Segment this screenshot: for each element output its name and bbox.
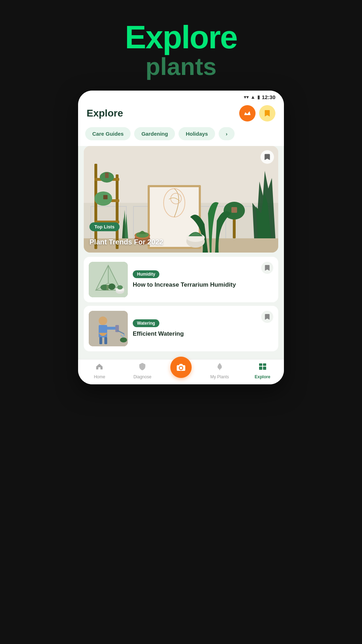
svg-rect-52 — [219, 369, 220, 370]
svg-rect-23 — [231, 207, 237, 213]
explore-icon — [258, 362, 267, 373]
nav-label-my-plants: My Plants — [210, 374, 229, 379]
nav-item-my-plants[interactable]: My Plants — [198, 362, 241, 379]
svg-rect-13 — [105, 173, 109, 178]
svg-point-34 — [108, 283, 115, 290]
featured-bookmark-button[interactable] — [260, 150, 274, 164]
svg-rect-49 — [104, 337, 107, 344]
badge-humidity: Humidity — [133, 270, 159, 278]
diagnose-icon — [138, 362, 147, 373]
svg-rect-54 — [263, 363, 266, 366]
featured-badge: Top Lists — [89, 222, 120, 231]
bookmark-humidity[interactable] — [261, 262, 273, 274]
premium-button[interactable] — [239, 105, 256, 121]
svg-rect-35 — [106, 285, 109, 290]
tab-more[interactable]: › — [219, 127, 235, 140]
svg-point-40 — [99, 316, 107, 325]
nav-label-diagnose: Diagnose — [133, 374, 152, 379]
nav-item-explore[interactable]: Explore — [241, 362, 284, 379]
camera-button[interactable] — [170, 357, 192, 378]
svg-rect-15 — [103, 195, 108, 199]
svg-point-47 — [120, 337, 127, 342]
article-card-humidity[interactable]: Humidity How to Increase Terrarium Humid… — [84, 257, 278, 302]
nav-label-explore: Explore — [255, 374, 270, 379]
signal-icon: ▲ — [251, 94, 256, 100]
nav-label-home: Home — [94, 374, 105, 379]
hero-section: Explore plants — [125, 0, 237, 80]
category-tabs: Care Guides Gardening Holidays › — [78, 127, 284, 146]
tab-holidays[interactable]: Holidays — [179, 127, 215, 140]
featured-article-card[interactable]: Top Lists Plant Trends For 2022 — [84, 146, 278, 253]
article-thumb-watering — [89, 311, 128, 346]
featured-image — [84, 146, 278, 253]
my-plants-icon — [215, 362, 224, 373]
title-humidity: How to Increase Terrarium Humidity — [133, 281, 273, 289]
saved-button[interactable] — [259, 105, 275, 121]
svg-rect-42 — [106, 327, 116, 330]
svg-point-51 — [179, 366, 183, 370]
svg-rect-56 — [263, 367, 266, 370]
svg-rect-53 — [259, 363, 262, 366]
nav-item-camera[interactable] — [164, 364, 198, 378]
svg-rect-55 — [259, 367, 262, 370]
status-icons: ▾▾ ▲ ▮ 12:30 — [244, 94, 275, 100]
svg-point-45 — [122, 336, 124, 337]
bookmark-watering[interactable] — [261, 311, 273, 323]
hero-plants-subtitle: plants — [125, 53, 237, 80]
app-header: Explore — [78, 102, 284, 127]
tab-care-guides[interactable]: Care Guides — [85, 127, 131, 140]
badge-watering: Watering — [133, 319, 159, 327]
page-title: Explore — [87, 108, 123, 119]
nav-item-home[interactable]: Home — [78, 362, 121, 379]
featured-title: Plant Trends For 2022 — [89, 238, 163, 246]
header-action-icons — [239, 105, 275, 121]
home-icon — [95, 362, 104, 373]
battery-icon: ▮ — [257, 94, 260, 100]
featured-plants-svg — [84, 146, 278, 253]
main-content: Top Lists Plant Trends For 2022 — [78, 146, 284, 359]
svg-rect-48 — [99, 337, 102, 344]
svg-point-38 — [117, 285, 123, 289]
wifi-icon: ▾▾ — [244, 94, 249, 100]
article-content-humidity: Humidity How to Increase Terrarium Humid… — [133, 270, 273, 289]
bottom-navigation: Home Diagnose — [78, 359, 284, 384]
title-watering: Efficient Watering — [133, 330, 273, 338]
article-thumb-humidity — [89, 262, 128, 297]
hero-explore-title: Explore — [125, 21, 237, 53]
svg-point-44 — [121, 335, 122, 336]
tab-gardening[interactable]: Gardening — [134, 127, 175, 140]
svg-rect-7 — [94, 164, 97, 249]
svg-point-46 — [124, 334, 125, 336]
nav-item-diagnose[interactable]: Diagnose — [121, 362, 164, 379]
phone-frame: ▾▾ ▲ ▮ 12:30 Explore Care Guides Gardeni… — [78, 91, 284, 384]
article-content-watering: Watering Efficient Watering — [133, 319, 273, 338]
article-card-watering[interactable]: Watering Efficient Watering — [84, 306, 278, 351]
status-time: 12:30 — [262, 94, 275, 100]
status-bar: ▾▾ ▲ ▮ 12:30 — [78, 91, 284, 102]
